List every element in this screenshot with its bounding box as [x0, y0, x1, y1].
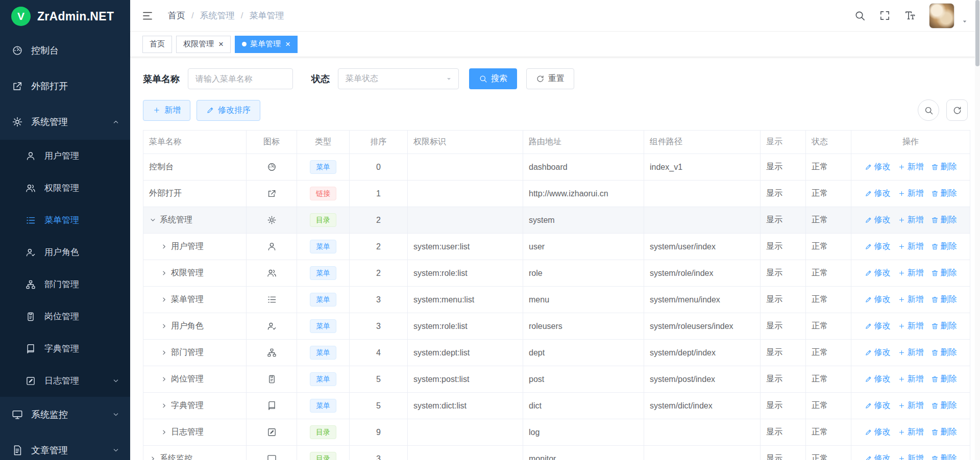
sidebar-item[interactable]: 系统管理	[0, 104, 130, 140]
search-icon[interactable]	[854, 10, 866, 21]
log-icon	[24, 376, 37, 386]
tab-close-icon[interactable]: ×	[218, 40, 224, 48]
edit-link[interactable]: 修改	[865, 374, 891, 385]
row-expand-icon[interactable]	[149, 216, 157, 224]
delete-link[interactable]: 删除	[931, 215, 957, 225]
edit-link[interactable]: 修改	[865, 294, 891, 305]
add-link[interactable]: 新增	[898, 453, 924, 460]
edit-link[interactable]: 修改	[865, 268, 891, 278]
delete-link[interactable]: 删除	[931, 374, 957, 385]
sidebar-item[interactable]: 系统监控	[0, 397, 130, 432]
edit-link[interactable]: 修改	[865, 453, 891, 460]
tab[interactable]: 首页	[142, 36, 172, 53]
fullscreen-icon[interactable]	[879, 10, 891, 21]
edit-icon	[865, 455, 872, 460]
edit-link[interactable]: 修改	[865, 162, 891, 172]
sidebar-item-label: 用户角色	[44, 246, 79, 258]
edit-link[interactable]: 修改	[865, 347, 891, 358]
add-link[interactable]: 新增	[898, 215, 924, 225]
add-link[interactable]: 新增	[898, 268, 924, 278]
menu-name-input[interactable]	[188, 68, 293, 89]
menu-name: 用户管理	[171, 241, 204, 252]
add-link[interactable]: 新增	[898, 347, 924, 358]
avatar[interactable]	[929, 3, 954, 29]
refresh-table-button[interactable]	[946, 99, 968, 121]
add-link[interactable]: 新增	[898, 400, 924, 411]
add-button[interactable]: 新增	[143, 100, 190, 121]
delete-link[interactable]: 删除	[931, 347, 957, 358]
row-expand-icon[interactable]	[160, 402, 168, 410]
row-expand-icon[interactable]	[160, 428, 168, 436]
add-link[interactable]: 新增	[898, 427, 924, 438]
sidebar-item[interactable]: 字典管理	[0, 333, 130, 365]
sidebar-item[interactable]: 菜单管理	[0, 204, 130, 236]
font-size-icon[interactable]	[904, 10, 916, 21]
status-select[interactable]: 菜单状态	[338, 68, 459, 89]
edit-icon	[865, 375, 872, 383]
cell-visible: 显示	[761, 393, 806, 419]
scrollbar-thumb[interactable]	[975, 0, 979, 66]
row-expand-icon[interactable]	[160, 269, 168, 277]
row-expand-icon[interactable]	[160, 296, 168, 303]
sidebar-item[interactable]: 岗位管理	[0, 300, 130, 333]
dashboard-icon	[267, 162, 277, 172]
sidebar-item[interactable]: 部门管理	[0, 268, 130, 300]
trash-icon	[931, 375, 939, 383]
table-header-row: 菜单名称图标类型排序权限标识路由地址组件路径显示状态操作	[143, 131, 970, 154]
edit-link[interactable]: 修改	[865, 241, 891, 252]
edit-link[interactable]: 修改	[865, 188, 891, 199]
caret-down-icon[interactable]	[961, 17, 969, 25]
add-link[interactable]: 新增	[898, 241, 924, 252]
edit-link[interactable]: 修改	[865, 321, 891, 331]
delete-link[interactable]: 删除	[931, 321, 957, 331]
edit-link[interactable]: 修改	[865, 400, 891, 411]
sidebar-item[interactable]: 日志管理	[0, 365, 130, 397]
search-button[interactable]: 搜索	[469, 68, 517, 89]
add-link[interactable]: 新增	[898, 294, 924, 305]
tab[interactable]: 权限管理×	[176, 36, 231, 53]
tab[interactable]: 菜单管理×	[235, 36, 298, 53]
delete-link[interactable]: 删除	[931, 294, 957, 305]
row-expand-icon[interactable]	[160, 375, 168, 383]
delete-link-label: 删除	[941, 215, 957, 225]
sidebar-item[interactable]: 外部打开	[0, 68, 130, 104]
sidebar-item[interactable]: 用户角色	[0, 236, 130, 268]
show-search-button[interactable]	[918, 99, 939, 121]
delete-link[interactable]: 删除	[931, 268, 957, 278]
dict-book-icon	[26, 344, 36, 354]
sidebar-item[interactable]: 权限管理	[0, 172, 130, 204]
delete-link[interactable]: 删除	[931, 400, 957, 411]
delete-link[interactable]: 删除	[931, 241, 957, 252]
add-link[interactable]: 新增	[898, 162, 924, 172]
edit-link[interactable]: 修改	[865, 427, 891, 438]
row-expand-icon[interactable]	[160, 243, 168, 250]
hamburger-icon[interactable]	[141, 10, 154, 22]
edit-link[interactable]: 修改	[865, 215, 891, 225]
monitor-icon	[267, 454, 277, 460]
add-link[interactable]: 新增	[898, 374, 924, 385]
delete-link[interactable]: 删除	[931, 162, 957, 172]
row-expand-icon[interactable]	[160, 349, 168, 356]
tab-close-icon[interactable]: ×	[285, 40, 290, 48]
delete-link[interactable]: 删除	[931, 427, 957, 438]
add-link[interactable]: 新增	[898, 321, 924, 331]
delete-link[interactable]: 删除	[931, 453, 957, 460]
plus-icon	[898, 269, 905, 277]
dashboard-icon	[11, 45, 23, 56]
chevron-right-icon	[160, 349, 168, 356]
edit-sort-button[interactable]: 修改排序	[197, 100, 260, 121]
add-link[interactable]: 新增	[898, 188, 924, 199]
cell-menu-name: 外部打开	[143, 181, 247, 207]
sidebar-item[interactable]: 用户管理	[0, 140, 130, 172]
cell-type: 链接	[297, 181, 350, 207]
cell-perm: system:user:list	[408, 234, 523, 260]
logo: V ZrAdmin.NET	[0, 0, 130, 33]
breadcrumb-item[interactable]: 系统管理	[200, 10, 235, 21]
reset-button[interactable]: 重置	[526, 68, 574, 89]
breadcrumb-item[interactable]: 首页	[168, 10, 185, 21]
row-expand-icon[interactable]	[149, 455, 157, 460]
sidebar-item[interactable]: 控制台	[0, 33, 130, 68]
sidebar-item[interactable]: 文章管理	[0, 432, 130, 460]
row-expand-icon[interactable]	[160, 322, 168, 330]
delete-link[interactable]: 删除	[931, 188, 957, 199]
